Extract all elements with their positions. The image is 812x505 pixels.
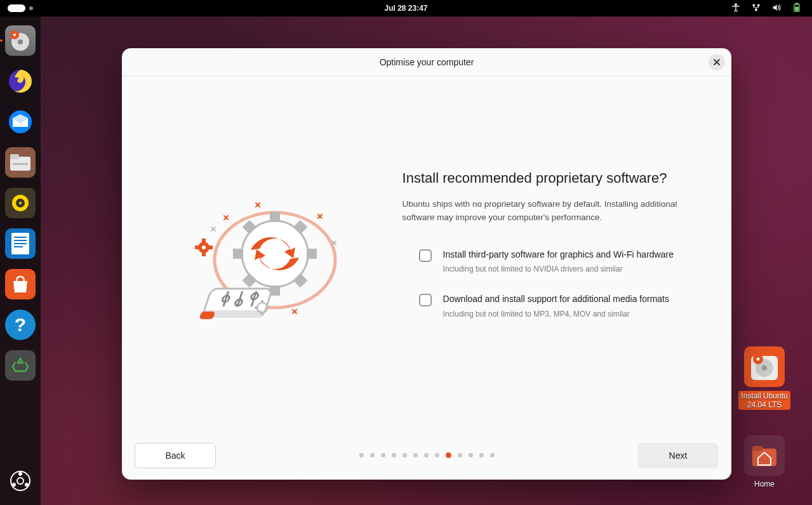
dock-software[interactable] — [5, 269, 36, 299]
recycle-icon — [11, 356, 30, 375]
document-icon — [10, 232, 30, 256]
heading: Install recommended proprietary software… — [403, 170, 693, 187]
svg-rect-22 — [14, 243, 27, 244]
svg-rect-34 — [752, 449, 776, 466]
workspace-dot-icon — [29, 6, 33, 10]
svg-rect-40 — [233, 249, 243, 259]
window-header: Optimise your computer — [122, 48, 731, 76]
svg-point-60 — [202, 246, 206, 249]
svg-point-31 — [762, 365, 767, 371]
checkbox-third-party[interactable] — [419, 249, 432, 262]
close-button[interactable] — [709, 54, 725, 70]
step-dot-9[interactable] — [458, 453, 462, 457]
disk-installer-icon — [749, 351, 780, 383]
step-dot-2[interactable] — [381, 453, 385, 457]
battery-icon[interactable] — [792, 3, 802, 15]
option-media-formats: Download and install support for additio… — [403, 292, 693, 318]
svg-point-10 — [13, 34, 16, 36]
next-button[interactable]: Next — [637, 443, 719, 468]
dock-installer[interactable] — [5, 25, 36, 56]
dock-writer[interactable] — [5, 228, 36, 259]
step-dot-12[interactable] — [490, 453, 495, 457]
svg-point-8 — [18, 39, 23, 44]
dock-show-apps[interactable] — [5, 466, 36, 496]
dock-files[interactable] — [5, 147, 36, 178]
svg-point-27 — [25, 483, 29, 487]
svg-rect-65 — [267, 306, 270, 309]
desktop-install-ubuntu[interactable]: Install Ubuntu24.04 LTS — [736, 346, 793, 410]
option-third-party-desc: Including but not limited to NVIDIA driv… — [443, 265, 674, 273]
shopping-bag-icon — [10, 273, 31, 295]
step-dot-3[interactable] — [392, 453, 396, 457]
step-dot-8[interactable] — [446, 452, 451, 458]
svg-point-33 — [757, 358, 760, 361]
svg-rect-59 — [209, 246, 213, 249]
step-dot-1[interactable] — [370, 453, 375, 457]
network-icon[interactable] — [751, 3, 761, 15]
gears-illustration-icon — [167, 184, 357, 324]
option-third-party-title: Install third-party software for graphic… — [443, 248, 674, 261]
dock-help[interactable]: ? — [5, 310, 36, 340]
ubuntu-cof-icon — [10, 470, 31, 492]
dock-firefox[interactable] — [5, 66, 36, 96]
volume-icon[interactable] — [771, 3, 782, 15]
option-third-party: Install third-party software for graphic… — [403, 248, 693, 273]
svg-rect-41 — [307, 249, 317, 259]
step-dot-11[interactable] — [479, 453, 484, 457]
svg-rect-15 — [13, 163, 28, 165]
svg-rect-1 — [753, 4, 755, 6]
svg-rect-2 — [757, 4, 759, 6]
svg-rect-3 — [755, 9, 757, 11]
desktop: ? Install Ubuntu24.04 LTS Home Optimise … — [0, 16, 812, 505]
svg-rect-21 — [14, 240, 27, 241]
files-icon — [9, 153, 32, 172]
activities-area[interactable] — [0, 4, 33, 12]
question-icon: ? — [15, 314, 26, 336]
installer-window: Optimise your computer — [122, 48, 731, 480]
dock: ? — [0, 16, 41, 505]
dock-thunderbird[interactable] — [5, 107, 36, 137]
desktop-install-label-1: Install Ubuntu — [741, 391, 787, 400]
svg-rect-57 — [202, 253, 206, 256]
illustration-pane — [122, 76, 403, 431]
dock-trash[interactable] — [5, 350, 36, 381]
step-dot-4[interactable] — [403, 453, 407, 457]
window-title: Optimise your computer — [122, 57, 731, 67]
step-dot-5[interactable] — [413, 453, 418, 457]
svg-point-25 — [18, 472, 22, 476]
svg-rect-23 — [14, 246, 23, 247]
svg-rect-62 — [261, 300, 263, 303]
step-dot-7[interactable] — [435, 453, 439, 457]
content-pane: Install recommended proprietary software… — [403, 76, 731, 431]
speaker-icon — [9, 192, 32, 214]
dock-rhythmbox[interactable] — [5, 188, 36, 218]
svg-rect-35 — [752, 446, 762, 451]
svg-point-28 — [17, 478, 23, 484]
activities-pill-icon — [8, 4, 25, 12]
top-bar: Jul 28 23:47 — [0, 0, 812, 16]
svg-rect-64 — [255, 306, 258, 309]
back-button[interactable]: Back — [135, 443, 216, 468]
svg-point-0 — [735, 4, 737, 6]
svg-rect-63 — [261, 312, 263, 315]
close-icon — [713, 58, 721, 66]
svg-point-18 — [19, 202, 22, 204]
svg-rect-38 — [270, 212, 280, 222]
checkbox-media-formats[interactable] — [419, 294, 432, 306]
svg-rect-6 — [795, 6, 798, 10]
step-dot-10[interactable] — [469, 453, 473, 457]
desktop-home[interactable]: Home — [736, 435, 793, 489]
step-dot-6[interactable] — [424, 453, 429, 457]
home-folder-icon — [750, 441, 779, 470]
firefox-icon — [6, 67, 34, 95]
clock[interactable]: Jul 28 23:47 — [384, 4, 427, 13]
window-footer: Back Next — [122, 431, 731, 480]
svg-rect-48 — [199, 312, 215, 319]
option-media-formats-desc: Including but not limited to MP3, MP4, M… — [443, 310, 669, 318]
system-tray[interactable] — [731, 3, 812, 15]
step-dot-0[interactable] — [359, 453, 364, 457]
svg-rect-5 — [795, 3, 798, 4]
accessibility-icon[interactable] — [731, 3, 741, 15]
svg-rect-58 — [195, 246, 199, 249]
desktop-install-label-2: 24.04 LTS — [747, 400, 782, 409]
